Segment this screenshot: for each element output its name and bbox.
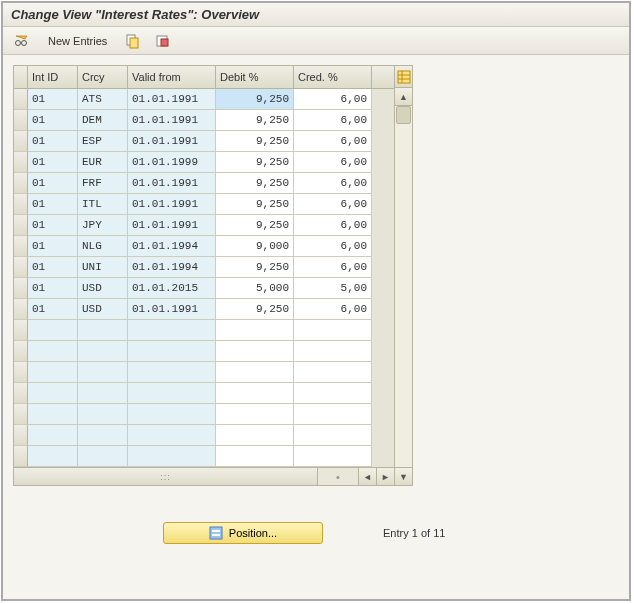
table-row-empty[interactable] (14, 341, 394, 362)
cell-int-id[interactable]: 01 (28, 278, 78, 299)
cell-crcy[interactable]: USD (78, 299, 128, 320)
cell-debit[interactable]: 5,000 (216, 278, 294, 299)
table-row[interactable]: 01FRF01.01.19919,2506,00 (14, 173, 394, 194)
cell-debit[interactable]: 9,250 (216, 152, 294, 173)
cell-crcy[interactable]: FRF (78, 173, 128, 194)
cell-cred[interactable]: 6,00 (294, 173, 372, 194)
cell-cred[interactable]: 6,00 (294, 110, 372, 131)
cell-crcy[interactable] (78, 362, 128, 383)
table-row-empty[interactable] (14, 425, 394, 446)
cell-int-id[interactable] (28, 362, 78, 383)
table-row[interactable]: 01JPY01.01.19919,2506,00 (14, 215, 394, 236)
copy-as-button[interactable] (120, 31, 146, 51)
cell-int-id[interactable]: 01 (28, 173, 78, 194)
table-config-button[interactable] (395, 66, 412, 88)
cell-cred[interactable]: 5,00 (294, 278, 372, 299)
row-selector[interactable] (14, 278, 28, 299)
cell-valid-from[interactable]: 01.01.1991 (128, 110, 216, 131)
cell-cred[interactable] (294, 341, 372, 362)
cell-crcy[interactable] (78, 425, 128, 446)
cell-debit[interactable]: 9,250 (216, 131, 294, 152)
row-selector[interactable] (14, 257, 28, 278)
cell-debit[interactable] (216, 425, 294, 446)
table-row[interactable]: 01USD01.01.19919,2506,00 (14, 299, 394, 320)
row-selector[interactable] (14, 194, 28, 215)
col-header-debit[interactable]: Debit % (216, 66, 294, 88)
col-header-int-id[interactable]: Int ID (28, 66, 78, 88)
cell-debit[interactable] (216, 341, 294, 362)
cell-int-id[interactable] (28, 446, 78, 467)
table-row[interactable]: 01UNI01.01.19949,2506,00 (14, 257, 394, 278)
cell-debit[interactable]: 9,250 (216, 299, 294, 320)
cell-crcy[interactable]: NLG (78, 236, 128, 257)
cell-cred[interactable] (294, 404, 372, 425)
hscroll-track[interactable]: • (318, 468, 358, 485)
cell-debit[interactable]: 9,000 (216, 236, 294, 257)
cell-cred[interactable]: 6,00 (294, 215, 372, 236)
table-row[interactable]: 01DEM01.01.19919,2506,00 (14, 110, 394, 131)
cell-valid-from[interactable]: 01.01.1999 (128, 152, 216, 173)
cell-cred[interactable]: 6,00 (294, 152, 372, 173)
table-row-empty[interactable] (14, 320, 394, 341)
cell-valid-from[interactable]: 01.01.1991 (128, 131, 216, 152)
table-row[interactable]: 01ATS01.01.19919,2506,00 (14, 89, 394, 110)
row-selector[interactable] (14, 320, 28, 341)
col-header-cred[interactable]: Cred. % (294, 66, 372, 88)
table-row[interactable]: 01EUR01.01.19999,2506,00 (14, 152, 394, 173)
cell-valid-from[interactable]: 01.01.1991 (128, 194, 216, 215)
cell-cred[interactable] (294, 320, 372, 341)
row-selector[interactable] (14, 446, 28, 467)
cell-debit[interactable]: 9,250 (216, 110, 294, 131)
row-selector[interactable] (14, 299, 28, 320)
cell-crcy[interactable]: USD (78, 278, 128, 299)
cell-cred[interactable]: 6,00 (294, 299, 372, 320)
column-drag-handle[interactable]: ::: (14, 468, 318, 485)
row-selector[interactable] (14, 383, 28, 404)
cell-crcy[interactable]: ATS (78, 89, 128, 110)
cell-debit[interactable]: 9,250 (216, 173, 294, 194)
hscroll-right-button[interactable]: ► (376, 468, 394, 485)
cell-int-id[interactable]: 01 (28, 236, 78, 257)
cell-valid-from[interactable]: 01.01.1991 (128, 173, 216, 194)
cell-debit[interactable]: 9,250 (216, 215, 294, 236)
cell-valid-from[interactable] (128, 383, 216, 404)
cell-valid-from[interactable] (128, 362, 216, 383)
cell-int-id[interactable]: 01 (28, 215, 78, 236)
cell-valid-from[interactable]: 01.01.1991 (128, 215, 216, 236)
table-row[interactable]: 01ITL01.01.19919,2506,00 (14, 194, 394, 215)
cell-debit[interactable]: 9,250 (216, 194, 294, 215)
col-header-crcy[interactable]: Crcy (78, 66, 128, 88)
row-selector[interactable] (14, 131, 28, 152)
cell-int-id[interactable]: 01 (28, 152, 78, 173)
cell-cred[interactable] (294, 362, 372, 383)
row-selector[interactable] (14, 425, 28, 446)
cell-debit[interactable] (216, 404, 294, 425)
cell-debit[interactable]: 9,250 (216, 257, 294, 278)
col-header-valid-from[interactable]: Valid from (128, 66, 216, 88)
cell-crcy[interactable] (78, 446, 128, 467)
cell-cred[interactable] (294, 446, 372, 467)
cell-crcy[interactable] (78, 404, 128, 425)
cell-cred[interactable] (294, 425, 372, 446)
row-selector[interactable] (14, 152, 28, 173)
cell-cred[interactable]: 6,00 (294, 194, 372, 215)
cell-valid-from[interactable]: 01.01.1994 (128, 257, 216, 278)
cell-cred[interactable]: 6,00 (294, 131, 372, 152)
cell-valid-from[interactable] (128, 404, 216, 425)
cell-debit[interactable] (216, 320, 294, 341)
row-selector[interactable] (14, 341, 28, 362)
row-selector[interactable] (14, 173, 28, 194)
cell-cred[interactable] (294, 383, 372, 404)
cell-int-id[interactable] (28, 425, 78, 446)
cell-valid-from[interactable] (128, 320, 216, 341)
cell-int-id[interactable]: 01 (28, 110, 78, 131)
cell-valid-from[interactable]: 01.01.1991 (128, 89, 216, 110)
cell-int-id[interactable] (28, 341, 78, 362)
cell-crcy[interactable] (78, 320, 128, 341)
cell-int-id[interactable]: 01 (28, 131, 78, 152)
table-row-empty[interactable] (14, 446, 394, 467)
cell-crcy[interactable] (78, 383, 128, 404)
row-selector[interactable] (14, 110, 28, 131)
cell-debit[interactable] (216, 383, 294, 404)
cell-cred[interactable]: 6,00 (294, 257, 372, 278)
